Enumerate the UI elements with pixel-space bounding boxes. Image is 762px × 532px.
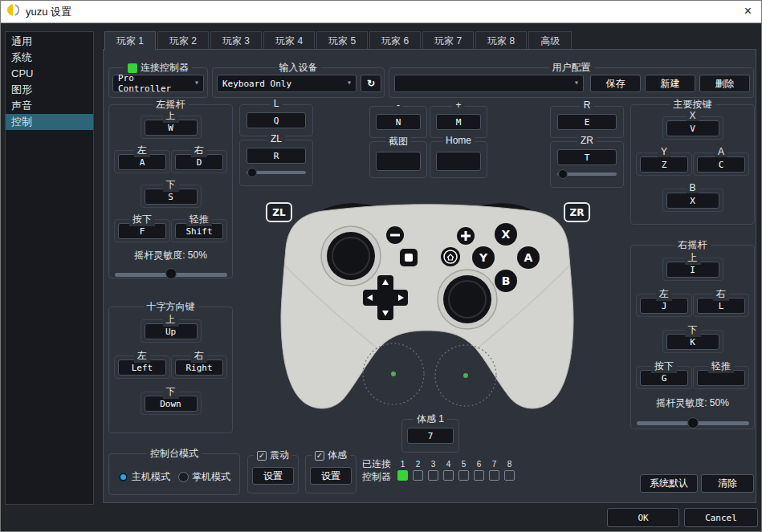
svg-text:A: A <box>524 251 533 264</box>
profile-save-button[interactable]: 保存 <box>590 75 641 92</box>
profile-new-button[interactable]: 新建 <box>645 75 695 92</box>
restore-defaults-button[interactable]: 系统默认 <box>640 474 698 493</box>
slider-handle[interactable] <box>247 168 257 177</box>
user-profile-label: 用户配置 <box>549 61 594 75</box>
motion1-button[interactable]: 7 <box>407 428 454 444</box>
sidebar-item-cpu[interactable]: CPU <box>6 66 93 82</box>
docked-mode-radio[interactable] <box>118 472 128 482</box>
tab-player1[interactable]: 玩家 1 <box>104 31 156 50</box>
input-device-dropdown[interactable]: Keyboard Only ▾ <box>217 75 357 92</box>
titlebar: yuzu 设置 × <box>1 1 761 23</box>
l-label: L <box>271 98 283 109</box>
home-button[interactable] <box>436 152 481 171</box>
player-tabbar: 玩家 1 玩家 2 玩家 3 玩家 4 玩家 5 玩家 6 玩家 7 玩家 8 … <box>104 31 756 50</box>
left-stick-title: 左摇杆 <box>153 98 189 112</box>
controller6-checkbox[interactable] <box>474 470 484 481</box>
tab-advanced[interactable]: 高级 <box>528 31 572 50</box>
console-mode-title: 控制台模式 <box>147 447 202 461</box>
minus-button-graphic <box>386 226 404 244</box>
r-button[interactable]: E <box>557 114 617 130</box>
sidebar-item-graphics[interactable]: 图形 <box>6 82 93 98</box>
vibration-settings-button[interactable]: 设置 <box>252 467 294 485</box>
zr-label: ZR <box>577 135 597 146</box>
right-stick-press-label: 按下 <box>651 359 677 373</box>
controller2-checkbox[interactable] <box>413 470 423 481</box>
b-binding-button[interactable]: X <box>666 193 719 209</box>
right-stick-modifier-label: 轻推 <box>708 359 734 373</box>
left-stick-down-label: 下 <box>163 178 179 192</box>
left-stick-group: 左摇杆 上 W 左 A 右 D 下 S <box>108 104 233 278</box>
b-button-graphic: B <box>495 270 517 292</box>
tab-player8[interactable]: 玩家 8 <box>475 31 527 50</box>
tab-player3[interactable]: 玩家 3 <box>210 31 262 50</box>
controller5-checkbox[interactable] <box>458 470 469 481</box>
handheld-mode-radio[interactable] <box>178 472 189 482</box>
sidebar-item-controls[interactable]: 控制 <box>6 114 93 130</box>
right-stick-group: 右摇杆 上 I 左 J 右 L 下 K <box>630 245 755 429</box>
sidebar-item-audio[interactable]: 声音 <box>6 98 93 114</box>
zr-button[interactable]: T <box>557 149 617 165</box>
controller7-checkbox[interactable] <box>489 470 499 481</box>
sidebar-item-general[interactable]: 通用 <box>6 34 93 50</box>
plus-button-group: + M <box>430 106 487 138</box>
motion-settings-button[interactable]: 设置 <box>310 467 352 485</box>
dpad-right-label: 右 <box>191 349 207 363</box>
vibration-checkbox[interactable]: ✓ <box>257 451 267 461</box>
refresh-icon: ↻ <box>367 78 375 89</box>
controller4-checkbox[interactable] <box>443 470 454 481</box>
right-stick-right-label: 右 <box>713 287 729 301</box>
connect-controller-checkbox[interactable] <box>128 63 137 73</box>
capture-label: 截图 <box>385 135 411 148</box>
cancel-button[interactable]: Cancel <box>684 508 758 527</box>
motion1-label: 体感 1 <box>414 412 447 426</box>
dpad-left-label: 左 <box>134 349 150 363</box>
connect-controller-label: 连接控制器 <box>141 61 189 75</box>
l-button[interactable]: Q <box>247 112 306 128</box>
right-stick-sensitivity-slider[interactable] <box>637 417 749 428</box>
capture-button[interactable] <box>376 152 421 171</box>
pro-controller-illustration: X Y A B <box>267 192 588 418</box>
zr-threshold-slider[interactable] <box>557 169 617 178</box>
profile-dropdown[interactable]: ▾ <box>394 75 584 92</box>
zl-button[interactable]: R <box>247 148 306 164</box>
x-button-graphic: X <box>495 223 517 246</box>
tab-player7[interactable]: 玩家 7 <box>422 31 474 50</box>
chevron-down-icon: ▾ <box>347 78 352 87</box>
slider-handle[interactable] <box>687 417 699 428</box>
right-stick-up-label: 上 <box>685 251 701 265</box>
close-icon[interactable]: × <box>744 4 752 18</box>
refresh-devices-button[interactable]: ↻ <box>361 75 381 92</box>
slider-handle[interactable] <box>558 169 568 179</box>
slider-handle[interactable] <box>165 268 177 279</box>
ok-button[interactable]: OK <box>607 508 679 527</box>
plus-button[interactable]: M <box>436 114 481 130</box>
controller-type-dropdown[interactable]: Pro Controller ▾ <box>112 75 204 92</box>
a-button-graphic: A <box>517 246 540 269</box>
motion-checkbox[interactable]: ✓ <box>315 451 324 461</box>
y-binding-button[interactable]: Z <box>640 156 688 173</box>
tab-player4[interactable]: 玩家 4 <box>263 31 315 50</box>
x-binding-button[interactable]: V <box>666 120 719 136</box>
zl-threshold-slider[interactable] <box>247 168 306 177</box>
vibration-group: ✓ 震动 设置 <box>247 455 299 493</box>
motion1-group: 体感 1 7 <box>401 419 459 453</box>
controller8-checkbox[interactable] <box>504 470 515 481</box>
r-button-group: R E <box>550 106 624 138</box>
tab-player6[interactable]: 玩家 6 <box>369 31 421 50</box>
left-stick-sensitivity-label: 摇杆灵敏度: 50% <box>134 249 207 262</box>
profile-delete-button[interactable]: 删除 <box>699 75 750 92</box>
tab-player5[interactable]: 玩家 5 <box>316 31 368 50</box>
yuzu-settings-window: yuzu 设置 × 通用 系统 CPU 图形 声音 控制 玩家 1 玩家 2 玩… <box>0 0 762 532</box>
tab-player2[interactable]: 玩家 2 <box>157 31 209 50</box>
clear-button[interactable]: 清除 <box>701 474 754 493</box>
minus-button[interactable]: N <box>376 114 421 130</box>
controller1-checkbox[interactable] <box>397 470 408 481</box>
left-stick-sensitivity-slider[interactable] <box>115 269 227 278</box>
left-stick-modifier-label: 轻推 <box>186 213 212 226</box>
controller3-checkbox[interactable] <box>428 470 438 481</box>
home-button-graphic <box>441 247 460 266</box>
chevron-down-icon: ▾ <box>574 78 579 87</box>
sidebar-item-system[interactable]: 系统 <box>6 50 93 66</box>
a-binding-button[interactable]: C <box>697 156 745 173</box>
player1-tab-pane: 连接控制器 Pro Controller ▾ 输入设备 Keyboard Onl… <box>103 49 756 503</box>
